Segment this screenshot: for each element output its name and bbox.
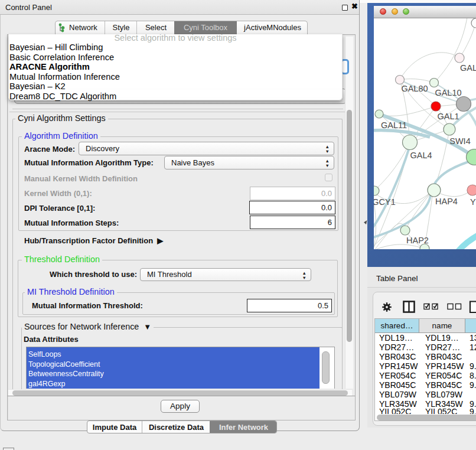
svg-text:GAL80: GAL80 bbox=[401, 84, 428, 93]
svg-text:GAL2: GAL2 bbox=[460, 63, 476, 73]
svg-text:GAL1: GAL1 bbox=[437, 112, 459, 121]
svg-text:HAP4: HAP4 bbox=[435, 197, 458, 206]
svg-text:GAL10: GAL10 bbox=[435, 88, 461, 97]
svg-text:Y: Y bbox=[470, 197, 476, 207]
svg-text:GAL4: GAL4 bbox=[410, 151, 432, 160]
svg-text:HAP2: HAP2 bbox=[406, 236, 429, 245]
svg-text:SWI4: SWI4 bbox=[449, 136, 470, 146]
svg-text:GAL11: GAL11 bbox=[381, 120, 407, 130]
svg-text:GCY1: GCY1 bbox=[374, 197, 396, 207]
